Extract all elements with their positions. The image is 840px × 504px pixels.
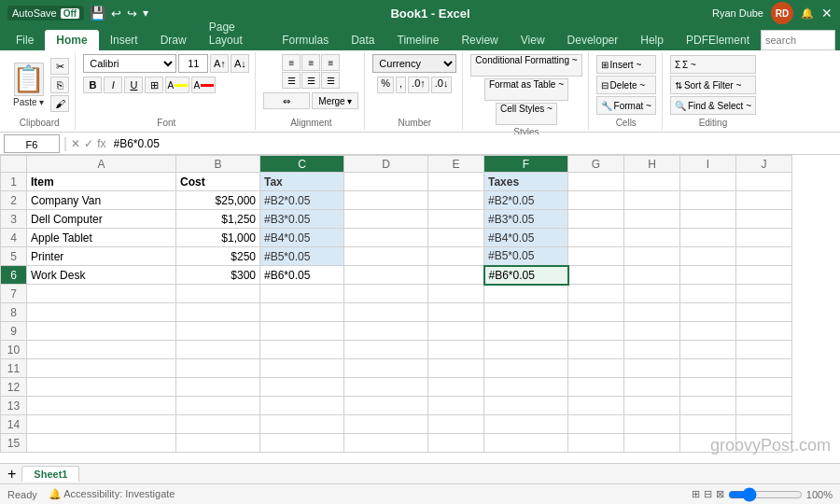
cell-4-B[interactable]: $1,000 (176, 229, 260, 247)
zoom-slider[interactable] (728, 487, 803, 502)
format-as-table-button[interactable]: Format as Table ~ (484, 78, 568, 101)
cell-7-G[interactable] (568, 285, 624, 303)
cell-7-F[interactable] (484, 285, 568, 303)
cell-14-A[interactable] (27, 415, 176, 434)
font-family-select[interactable]: Calibri (83, 54, 176, 73)
cell-4-E[interactable] (428, 229, 484, 247)
cell-6-G[interactable] (568, 266, 624, 285)
cell-13-C[interactable] (260, 397, 344, 415)
grid-wrapper[interactable]: ABCDEFGHIJ1ItemCostTaxTaxes2Company Van$… (0, 155, 840, 483)
cell-11-E[interactable] (428, 359, 484, 378)
cell-12-F[interactable] (484, 378, 568, 397)
add-sheet-button[interactable]: + (4, 466, 20, 483)
cell-3-E[interactable] (428, 210, 484, 229)
col-header-F[interactable]: F (484, 156, 568, 173)
row-header-14[interactable]: 14 (1, 415, 27, 434)
cell-5-G[interactable] (568, 247, 624, 266)
cell-8-E[interactable] (428, 303, 484, 322)
cell-reference-box[interactable]: F6 (4, 134, 60, 153)
cell-11-I[interactable] (680, 359, 736, 378)
insert-function-icon[interactable]: fx (97, 137, 105, 150)
cell-15-I[interactable] (680, 434, 736, 453)
cell-15-G[interactable] (568, 434, 624, 453)
cell-10-J[interactable] (736, 341, 792, 359)
align-middle-left-button[interactable]: ☰ (282, 72, 301, 89)
cell-5-D[interactable] (344, 247, 428, 266)
cell-14-F[interactable] (484, 415, 568, 434)
font-size-increase-button[interactable]: A↑ (210, 54, 229, 73)
cell-6-F[interactable]: #B6*0.05 (484, 266, 568, 285)
italic-button[interactable]: I (104, 77, 122, 93)
autosum-button[interactable]: Σ Σ ~ (670, 55, 756, 74)
row-header-5[interactable]: 5 (1, 247, 27, 266)
cell-13-D[interactable] (344, 397, 428, 415)
cell-12-C[interactable] (260, 378, 344, 397)
align-middle-center-button[interactable]: ☰ (301, 72, 320, 89)
cell-15-E[interactable] (428, 434, 484, 453)
cell-13-I[interactable] (680, 397, 736, 415)
cell-9-J[interactable] (736, 322, 792, 341)
row-header-13[interactable]: 13 (1, 397, 27, 415)
cell-10-A[interactable] (27, 341, 176, 359)
cell-1-G[interactable] (568, 173, 624, 191)
view-normal-button[interactable]: ⊞ (692, 488, 700, 500)
view-page-break-button[interactable]: ⊠ (716, 488, 724, 500)
cell-14-E[interactable] (428, 415, 484, 434)
formula-input[interactable] (110, 134, 837, 153)
view-page-layout-button[interactable]: ⊟ (704, 488, 712, 500)
underline-button[interactable]: U (124, 77, 143, 93)
row-header-15[interactable]: 15 (1, 434, 27, 453)
delete-button[interactable]: ⊟ Delete ~ (596, 76, 656, 94)
cell-9-C[interactable] (260, 322, 344, 341)
cell-10-B[interactable] (176, 341, 260, 359)
more-tools-icon[interactable]: ▾ (143, 7, 148, 20)
cell-9-G[interactable] (568, 322, 624, 341)
cell-1-I[interactable] (680, 173, 736, 191)
cell-6-C[interactable]: #B6*0.05 (260, 266, 344, 285)
cell-3-H[interactable] (624, 210, 680, 229)
format-button[interactable]: 🔧 Format ~ (596, 96, 656, 115)
cell-1-F[interactable]: Taxes (484, 173, 568, 191)
tab-insert[interactable]: Insert (99, 30, 149, 50)
cell-14-H[interactable] (624, 415, 680, 434)
tab-view[interactable]: View (510, 30, 556, 50)
cell-6-E[interactable] (428, 266, 484, 285)
cell-2-J[interactable] (736, 191, 792, 210)
col-header-G[interactable]: G (568, 156, 624, 173)
cell-6-B[interactable]: $300 (176, 266, 260, 285)
cell-8-H[interactable] (624, 303, 680, 322)
align-middle-right-button[interactable]: ☰ (321, 72, 340, 89)
cell-7-J[interactable] (736, 285, 792, 303)
cell-4-C[interactable]: #B4*0.05 (260, 229, 344, 247)
cell-10-I[interactable] (680, 341, 736, 359)
cell-5-B[interactable]: $250 (176, 247, 260, 266)
cell-11-G[interactable] (568, 359, 624, 378)
cell-12-J[interactable] (736, 378, 792, 397)
font-size-decrease-button[interactable]: A↓ (231, 54, 249, 73)
tab-help[interactable]: Help (629, 30, 675, 50)
cell-9-F[interactable] (484, 322, 568, 341)
row-header-4[interactable]: 4 (1, 229, 27, 247)
cell-13-B[interactable] (176, 397, 260, 415)
align-top-right-button[interactable]: ≡ (321, 54, 340, 71)
cell-14-C[interactable] (260, 415, 344, 434)
comma-button[interactable]: , (396, 77, 406, 93)
cell-5-H[interactable] (624, 247, 680, 266)
align-top-center-button[interactable]: ≡ (301, 54, 320, 71)
cell-13-F[interactable] (484, 397, 568, 415)
paste-label[interactable]: Paste ▾ (13, 97, 44, 107)
tab-developer[interactable]: Developer (556, 30, 630, 50)
insert-button[interactable]: ⊞ Insert ~ (596, 55, 656, 74)
cell-13-H[interactable] (624, 397, 680, 415)
number-format-select[interactable]: Currency (372, 54, 456, 73)
cell-14-B[interactable] (176, 415, 260, 434)
tab-review[interactable]: Review (450, 30, 509, 50)
tab-data[interactable]: Data (340, 30, 385, 50)
cell-9-H[interactable] (624, 322, 680, 341)
cell-4-J[interactable] (736, 229, 792, 247)
cell-12-G[interactable] (568, 378, 624, 397)
sort-filter-button[interactable]: ⇅ Sort & Filter ~ (670, 76, 756, 94)
cell-9-E[interactable] (428, 322, 484, 341)
align-top-left-button[interactable]: ≡ (282, 54, 301, 71)
cell-13-G[interactable] (568, 397, 624, 415)
